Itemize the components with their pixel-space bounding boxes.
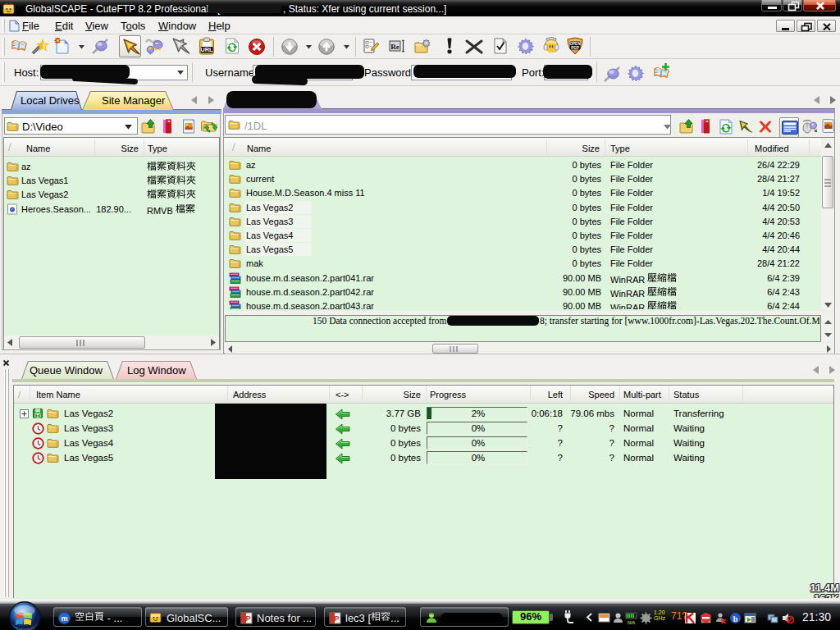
svg-text:m: m [61, 614, 67, 623]
svg-text:URL: URL [200, 46, 213, 53]
svg-text:N/A: N/A [628, 620, 636, 625]
svg-text:P: P [245, 614, 250, 623]
svg-text:Re: Re [390, 43, 399, 51]
svg-text:b: b [733, 614, 738, 623]
svg-text:PGP: PGP [571, 46, 579, 50]
svg-text:P: P [334, 614, 339, 623]
